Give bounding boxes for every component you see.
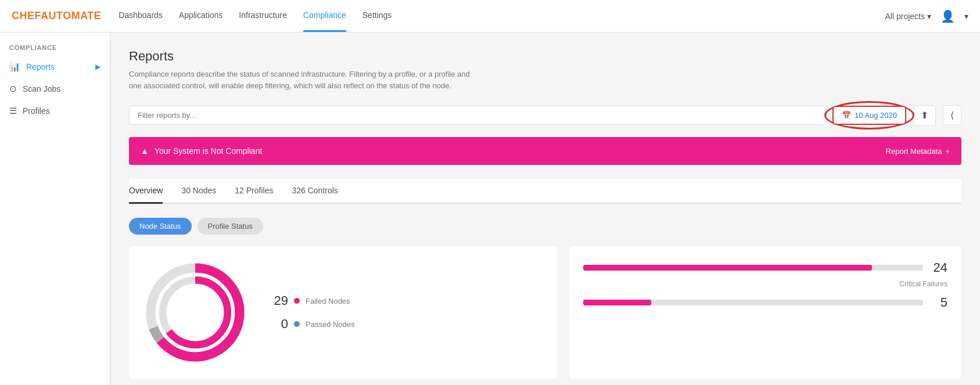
chart-stats: 29 Failed Nodes 0 Passed Nodes [271,293,355,332]
download-button[interactable]: ⬆ [913,105,936,125]
share-button[interactable]: ⟨ [943,105,961,125]
node-status-toggle[interactable]: Node Status [129,218,192,235]
share-icon: ⟨ [950,110,954,121]
all-projects-label: All projects [885,12,925,21]
chevron-down-icon: ▾ [927,12,931,21]
logo-automate: AUTOMATE [41,10,101,21]
donut-chart-card: 29 Failed Nodes 0 Passed Nodes [129,246,558,379]
bar-item-critical: 24 [583,260,947,275]
profiles-icon: ☰ [9,106,17,116]
failed-nodes-value: 29 [271,293,288,308]
filter-input[interactable] [129,106,825,125]
filter-row: 📅 10 Aug 2020 ⬆ ⟨ [129,105,961,125]
tab-nodes[interactable]: 30 Nodes [181,179,216,204]
sidebar: COMPLIANCE 📊 Reports ▶ ⊙ Scan Jobs ☰ Pro… [0,33,110,385]
sidebar-item-profiles-label: Profiles [23,106,50,116]
reports-chevron-icon: ▶ [95,63,100,71]
nav-compliance[interactable]: Compliance [303,0,346,32]
report-metadata-plus-icon: + [945,147,950,156]
bar-chart: 24 Critical Failures 5 [583,260,947,310]
date-button-wrapper: 📅 10 Aug 2020 [832,106,906,125]
bar-item-second: 5 [583,295,947,310]
report-metadata-label: Report Metadata [886,147,942,156]
report-metadata-button[interactable]: Report Metadata + [886,147,950,156]
page-title: Reports [129,49,961,64]
critical-failures-label: Critical Failures [583,280,947,288]
alert-left: ▲ Your System is Not Compliant [141,146,262,156]
logo-chef: CHEF [12,10,41,21]
nav-infrastructure[interactable]: Infrastructure [239,0,286,32]
all-projects-dropdown[interactable]: All projects ▾ [885,12,931,21]
layout: COMPLIANCE 📊 Reports ▶ ⊙ Scan Jobs ☰ Pro… [0,33,980,385]
tabs: Overview 30 Nodes 12 Profiles 326 Contro… [129,179,961,204]
date-picker-button[interactable]: 📅 10 Aug 2020 [832,106,906,125]
calendar-icon: 📅 [842,111,851,120]
tab-profiles[interactable]: 12 Profiles [235,179,273,204]
user-chevron-icon: ▾ [964,12,968,21]
bar-fill-critical [583,265,872,271]
scan-jobs-icon: ⊙ [9,84,17,94]
download-icon: ⬆ [921,110,928,121]
passed-nodes-label: Passed Nodes [306,320,355,329]
donut-chart [143,260,247,365]
donut-svg [143,260,247,365]
bar-track-critical [583,265,923,271]
failed-nodes-stat: 29 Failed Nodes [271,293,355,308]
main-content: Reports Compliance reports describe the … [110,33,980,385]
bar-fill-second [583,300,651,305]
failed-dot [294,298,300,304]
reports-icon: 📊 [9,62,20,72]
user-icon[interactable]: 👤 [940,9,955,23]
sidebar-item-reports-label: Reports [26,62,55,71]
bar-track-second [583,300,923,305]
sidebar-item-scan-jobs-label: Scan Jobs [23,84,60,93]
sidebar-item-reports[interactable]: 📊 Reports ▶ [0,56,110,78]
sidebar-item-profiles[interactable]: ☰ Profiles [0,100,110,122]
tab-controls[interactable]: 326 Controls [292,179,338,204]
passed-nodes-value: 0 [271,316,288,332]
failed-nodes-label: Failed Nodes [306,297,350,305]
tab-overview[interactable]: Overview [129,179,163,204]
alert-banner: ▲ Your System is Not Compliant Report Me… [129,137,961,165]
status-toggles: Node Status Profile Status [129,218,961,235]
critical-failures-value: 24 [930,260,947,275]
nav-right: All projects ▾ 👤 ▾ [885,9,968,23]
passed-dot [294,321,300,327]
second-value: 5 [930,295,947,310]
passed-nodes-stat: 0 Passed Nodes [271,316,355,332]
top-nav: CHEFAUTOMATE Dashboards Applications Inf… [0,0,980,33]
nav-settings[interactable]: Settings [362,0,392,32]
bar-chart-card: 24 Critical Failures 5 [569,246,961,379]
nav-links: Dashboards Applications Infrastructure C… [119,0,885,32]
page-description: Compliance reports describe the status o… [129,69,478,91]
logo: CHEFAUTOMATE [12,10,101,22]
nav-dashboards[interactable]: Dashboards [119,0,163,32]
alert-message: Your System is Not Compliant [155,146,262,156]
date-label: 10 Aug 2020 [855,111,897,120]
nav-applications[interactable]: Applications [179,0,223,32]
profile-status-toggle[interactable]: Profile Status [198,218,263,235]
charts-row: 29 Failed Nodes 0 Passed Nodes [129,246,961,379]
sidebar-item-scan-jobs[interactable]: ⊙ Scan Jobs [0,78,110,100]
sidebar-section-label: COMPLIANCE [0,44,110,56]
alert-icon: ▲ [141,146,149,156]
